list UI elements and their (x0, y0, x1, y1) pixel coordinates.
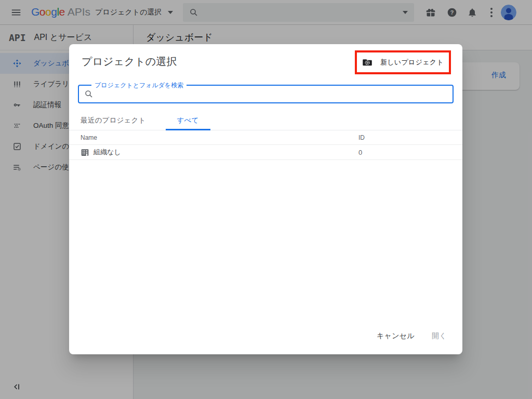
tab-recent-projects[interactable]: 最近のプロジェクト (69, 112, 157, 130)
new-project-folder-icon (362, 57, 373, 68)
project-search-field[interactable]: プロジェクトとフォルダを検索 (78, 85, 454, 103)
table-row-no-organization[interactable]: 組織なし 0 (69, 145, 462, 160)
tab-all[interactable]: すべて (166, 112, 210, 130)
cancel-button[interactable]: キャンセル (377, 331, 415, 341)
project-search-floating-label: プロジェクトとフォルダを検索 (91, 81, 187, 90)
dialog-tabs: 最近のプロジェクト すべて (69, 112, 462, 130)
new-project-button[interactable]: 新しいプロジェクト (357, 52, 449, 72)
organization-building-icon (81, 148, 89, 157)
column-header-name: Name (69, 134, 462, 141)
tab-label: 最近のプロジェクト (81, 116, 146, 125)
search-icon (84, 89, 94, 99)
row-id: 0 (358, 149, 362, 156)
annotation-highlight-box: 新しいプロジェクト (355, 50, 451, 74)
table-header: Name ID (69, 130, 462, 145)
new-project-label: 新しいプロジェクト (380, 58, 444, 67)
row-name: 組織なし (94, 148, 121, 157)
dialog-title: プロジェクトの選択 (82, 55, 177, 69)
open-button[interactable]: 開く (432, 331, 447, 341)
select-project-dialog: プロジェクトの選択 新しいプロジェクト プロジェクトとフォルダを検索 最近のプロ… (69, 44, 462, 354)
project-search-input[interactable] (98, 90, 447, 98)
tab-label: すべて (177, 116, 199, 125)
dialog-footer: キャンセル 開く (377, 331, 447, 341)
column-header-id: ID (358, 134, 365, 141)
